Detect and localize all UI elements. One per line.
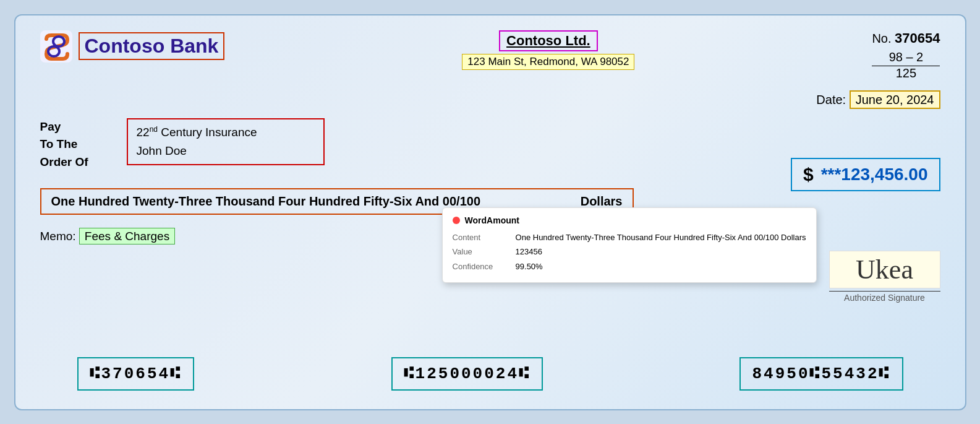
tooltip-dot-icon [453, 217, 460, 224]
micr-line: ⑆370654⑆ ⑆125000024⑆ 84950⑆55432⑆ [15, 357, 965, 391]
bank-name: Contoso Bank [79, 32, 225, 60]
tooltip-confidence-value: 99.50% [516, 261, 806, 273]
tooltip-confidence-row: Confidence 99.50% [453, 261, 806, 273]
micr-routing: ⑆370654⑆ [77, 357, 195, 391]
micr-serial: 84950⑆55432⑆ [739, 357, 903, 391]
bank-logo-icon [40, 30, 72, 63]
routing-fraction-bottom: 125 [872, 66, 940, 80]
dollars-label: Dollars [566, 194, 623, 209]
tooltip-content-value: One Hundred Twenty-Three Thousand Four H… [516, 231, 806, 244]
tooltip-title: WordAmount [453, 215, 806, 225]
amount-box: $ ***123,456.00 [791, 158, 940, 191]
bank-logo: Contoso Bank [40, 30, 225, 63]
date-value: June 20, 2024 [850, 90, 940, 109]
tooltip-content-row: Content One Hundred Twenty-Three Thousan… [453, 231, 806, 244]
header-row: Contoso Bank Contoso Ltd. 123 Main St, R… [40, 30, 940, 80]
signature-label: Authorized Signature [829, 293, 940, 303]
payee-line2: John Doe [137, 142, 315, 160]
tooltip-value-row: Value 123456 [453, 246, 806, 258]
tooltip-value-label: Value [453, 246, 508, 258]
payee-box: 22nd Century Insurance John Doe [127, 118, 325, 166]
date-label: Date: [816, 93, 846, 106]
tooltip-confidence-label: Confidence [453, 261, 508, 273]
check-document: Contoso Bank Contoso Ltd. 123 Main St, R… [14, 14, 966, 410]
pay-label: Pay To The Order Of [40, 118, 114, 171]
micr-account: ⑆125000024⑆ [391, 357, 543, 391]
micr-serial-text: 84950⑆55432⑆ [752, 365, 890, 383]
check-number: No. 370654 [872, 30, 940, 46]
written-amount-text: One Hundred Twenty-Three Thousand Four H… [51, 194, 481, 209]
tooltip-value: 123456 [516, 246, 806, 258]
payee-line1: 22nd Century Insurance [137, 123, 315, 142]
micr-account-text: ⑆125000024⑆ [404, 365, 530, 383]
signature-line [829, 291, 940, 292]
company-info: Contoso Ltd. 123 Main St, Redmond, WA 98… [462, 30, 634, 70]
dollar-sign: $ [803, 164, 814, 185]
signature-script: Ukea [829, 251, 940, 288]
check-number-area: No. 370654 98 – 2 125 [872, 30, 940, 80]
word-amount-tooltip: WordAmount Content One Hundred Twenty-Th… [442, 207, 817, 283]
tooltip-content-label: Content [453, 231, 508, 244]
company-name: Contoso Ltd. [499, 30, 598, 51]
memo-value: Fees & Charges [79, 228, 175, 244]
signature-area: Ukea Authorized Signature [829, 251, 940, 303]
routing-fraction-top: 98 – 2 [872, 50, 940, 66]
micr-routing-text: ⑆370654⑆ [90, 365, 182, 383]
amount-value: ***123,456.00 [821, 165, 928, 184]
memo-label: Memo: [40, 230, 76, 243]
date-row: Date: June 20, 2024 [40, 93, 940, 107]
company-address: 123 Main St, Redmond, WA 98052 [462, 54, 634, 70]
